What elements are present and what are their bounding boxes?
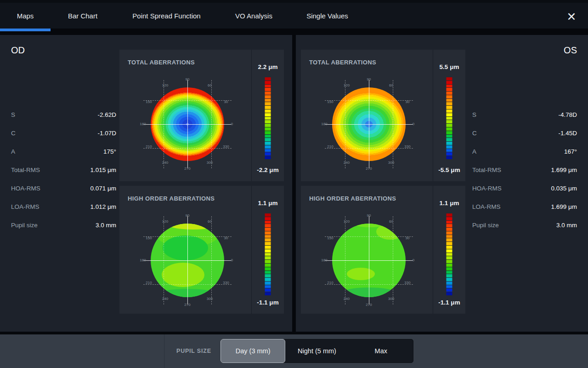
- metric-value: 1.699 μm: [551, 167, 577, 173]
- metrics-od: S-2.62DC-1.07DA175°Total-RMS1.015 μmHOA-…: [11, 105, 116, 234]
- close-icon[interactable]: ✕: [562, 7, 581, 26]
- metric-label: A: [11, 148, 15, 155]
- card-od-high-order-aberrations: 0306090120150180210240270300330 HIGH ORD…: [119, 186, 284, 314]
- colorbar-segment: [447, 282, 452, 285]
- tab-bar: Maps Bar Chart Point Spread Function VO …: [0, 0, 588, 29]
- colorbar-segment: [265, 235, 271, 238]
- colorbar-segment: [265, 282, 271, 285]
- angle-label: 30: [402, 100, 413, 104]
- colorbar-segment: [265, 102, 271, 105]
- angle-label: 300: [386, 297, 396, 301]
- map-grid: 0306090120150180210240270300330: [143, 80, 232, 168]
- colorbar-segment: [447, 113, 452, 116]
- metric-value: 3.0 mm: [96, 222, 116, 229]
- angle-label: 120: [160, 219, 170, 224]
- map-axis-line: [325, 260, 413, 261]
- tab-single-values[interactable]: Single Values: [289, 3, 365, 29]
- aberration-map-os-hoa: 0306090120150180210240270300330: [301, 186, 433, 314]
- colorbar-segment: [265, 267, 271, 270]
- angle-label: 30: [221, 236, 231, 241]
- colorbar-segment: [265, 221, 271, 224]
- colorbar-segment: [447, 81, 452, 84]
- colorbar-segment: [447, 217, 452, 220]
- colorbar-segment: [265, 253, 271, 256]
- colorbar-segment: [265, 228, 271, 231]
- angle-label: 150: [144, 100, 154, 104]
- pupil-size-label: PUPIL SIZE: [176, 348, 211, 354]
- angle-label: 60: [386, 83, 396, 88]
- map-gridline: [345, 80, 345, 168]
- panel-os: OS S-4.78DC-1.45DA167°Total-RMS1.699 μmH…: [296, 35, 588, 332]
- angle-label: 30: [221, 100, 231, 104]
- map-axis-line: [325, 124, 413, 125]
- colorbar-segment: [447, 235, 452, 238]
- colorbar-segment: [265, 131, 271, 134]
- map-gridline: [164, 216, 164, 305]
- colorbar-segment: [447, 142, 452, 145]
- map-gridline: [393, 216, 393, 305]
- map-gridline: [143, 100, 232, 101]
- colorbar-segment: [447, 213, 452, 217]
- metric-label: LOA-RMS: [472, 203, 501, 210]
- colorbar-segment: [265, 256, 271, 259]
- angle-label: 180: [319, 122, 329, 126]
- metric-label: LOA-RMS: [11, 203, 40, 210]
- colorbar-segment: [265, 135, 271, 138]
- colorbar-segment: [265, 77, 271, 80]
- metric-label: S: [472, 111, 476, 118]
- colorbar-segment: [265, 127, 271, 131]
- colorbar-segment: [447, 292, 452, 295]
- angle-label: 300: [386, 161, 396, 165]
- map-gridline: [143, 284, 232, 285]
- map-grid: 0306090120150180210240270300330: [325, 216, 413, 305]
- colorbar-segment: [447, 156, 452, 159]
- card-title: HIGH ORDER ABERRATIONS: [309, 195, 396, 202]
- angle-label: 240: [160, 297, 170, 301]
- angle-label: 60: [205, 219, 215, 224]
- colorbar-segment: [447, 278, 452, 281]
- metrics-os: S-4.78DC-1.45DA167°Total-RMS1.699 μmHOA-…: [472, 105, 577, 234]
- colorbar-segment: [265, 99, 271, 102]
- colorbar-segment: [265, 274, 271, 277]
- colorbar-segment: [447, 99, 452, 102]
- card-title: TOTAL ABERRATIONS: [309, 59, 376, 66]
- angle-label: 90: [364, 213, 374, 218]
- colorbar-segment: [265, 288, 271, 292]
- map-gridline: [211, 80, 212, 168]
- angle-label: 180: [138, 258, 148, 263]
- angle-label: 150: [325, 236, 335, 241]
- colorbar-segment: [265, 113, 271, 116]
- colorbar-segment: [447, 92, 452, 95]
- aberration-map-os-total: 0306090120150180210240270300330: [301, 50, 433, 181]
- eye-title-os: OS: [564, 45, 577, 56]
- metric-label: Pupil size: [472, 222, 499, 229]
- colorbar-segment: [265, 260, 271, 263]
- metric-value: 3.0 mm: [556, 222, 577, 229]
- pupil-option-max[interactable]: Max: [349, 339, 413, 362]
- tab-maps[interactable]: Maps: [0, 3, 51, 29]
- tab-vo-analysis[interactable]: VO Analysis: [218, 3, 289, 29]
- angle-label: 270: [364, 167, 374, 171]
- colorbar-segment: [265, 278, 271, 281]
- metric-label: Pupil size: [11, 222, 38, 229]
- colorbar: [447, 213, 452, 295]
- colorbar-segment: [265, 242, 271, 245]
- map-gridline: [164, 80, 164, 168]
- metric-value: 0.071 μm: [90, 185, 116, 192]
- pupil-option-night[interactable]: Night (5 mm): [285, 339, 349, 362]
- tab-bar-chart[interactable]: Bar Chart: [51, 3, 115, 29]
- angle-label: 90: [364, 77, 374, 82]
- angle-label: 180: [319, 258, 329, 263]
- angle-label: 210: [144, 144, 154, 149]
- map-gridline: [325, 284, 413, 285]
- tab-point-spread-function[interactable]: Point Spread Function: [115, 3, 218, 29]
- metric-label: A: [472, 148, 476, 155]
- map-gridline: [325, 236, 413, 237]
- pupil-option-day[interactable]: Day (3 mm): [220, 339, 285, 363]
- colorbar-segment: [265, 117, 271, 120]
- scale-min-label: -1.1 μm: [252, 299, 284, 306]
- angle-label: 330: [402, 281, 413, 285]
- card-title: TOTAL ABERRATIONS: [128, 59, 195, 66]
- map-gridline: [393, 80, 393, 168]
- colorbar-segment: [447, 135, 452, 138]
